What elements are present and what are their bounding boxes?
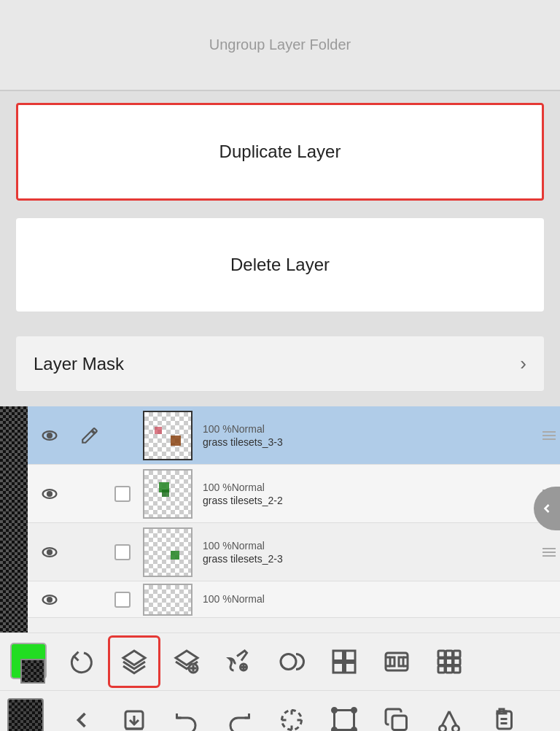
chevron-right-icon: ›: [520, 352, 526, 375]
color-swatch-container[interactable]: [3, 635, 55, 688]
pencil-icon-col-1: [71, 426, 108, 445]
layer-row-2-3[interactable]: 100 %Normal grass tilesets_2-3: [0, 523, 560, 581]
svg-rect-29: [446, 651, 453, 657]
redo-icon: [226, 707, 252, 732]
toolbar-bottom: [0, 691, 560, 731]
redo-btn[interactable]: [213, 694, 265, 732]
bottom-swatch-container[interactable]: [3, 694, 55, 732]
rotate-tool-btn[interactable]: [55, 635, 108, 688]
chevron-left-icon: [540, 501, 554, 516]
filmstrip-btn[interactable]: [370, 635, 423, 688]
svg-point-51: [440, 725, 446, 731]
svg-rect-35: [446, 666, 453, 673]
svg-rect-19: [333, 663, 343, 673]
drag-handle-3-3[interactable]: [538, 431, 560, 440]
transform-btn[interactable]: [318, 694, 370, 732]
layer-row-partial[interactable]: 100 %Normal: [0, 581, 560, 618]
svg-point-1: [47, 433, 52, 438]
layer-name-2-2: grass tilesets_2-2: [203, 495, 534, 506]
undo-icon: [174, 707, 200, 732]
layers-panel: 100 %Normal grass tilesets_3-3 100 %Norm: [0, 406, 560, 633]
layer-percent-3-3: 100 %Normal: [203, 423, 534, 435]
paste-btn[interactable]: [475, 694, 528, 732]
layer-percent-partial: 100 %Normal: [203, 593, 556, 605]
svg-rect-34: [438, 666, 445, 673]
checkbox-col-2[interactable]: [108, 486, 137, 502]
filmstrip-icon: [384, 649, 410, 675]
animation-icon: [436, 649, 462, 675]
undo-btn[interactable]: [160, 694, 213, 732]
eye-icon-col-4: [28, 589, 71, 610]
layer-options-btn[interactable]: [160, 635, 213, 688]
svg-rect-20: [346, 663, 356, 673]
svg-point-46: [332, 708, 337, 712]
eye-icon-col-1: [28, 425, 71, 446]
cut-btn[interactable]: [423, 694, 475, 732]
copy-icon: [384, 707, 410, 732]
spinner-btn[interactable]: [265, 694, 318, 732]
svg-rect-17: [333, 651, 343, 661]
ungroup-label: Ungroup Layer Folder: [195, 16, 366, 74]
eye-icon-col-3: [28, 542, 71, 562]
delete-layer-item[interactable]: Delete Layer: [16, 218, 544, 312]
secondary-color-swatch[interactable]: [20, 659, 45, 684]
layer-info-partial: 100 %Normal: [198, 590, 560, 609]
layer-thumb-2-2: [143, 469, 192, 519]
layer-row-3-3[interactable]: 100 %Normal grass tilesets_3-3: [0, 406, 560, 465]
delete-label: Delete Layer: [216, 234, 344, 295]
eye-icon-4: [39, 589, 60, 610]
blend-icon: [279, 649, 305, 675]
svg-point-49: [352, 727, 357, 731]
blend-mode-btn[interactable]: [265, 635, 318, 688]
layer-info-2-3: 100 %Normal grass tilesets_2-3: [198, 537, 538, 568]
layer-thumb-3-3: [143, 411, 192, 460]
spinner-icon: [279, 707, 305, 732]
animation-btn[interactable]: [423, 635, 475, 688]
layer-mask-item[interactable]: Layer Mask ›: [16, 336, 544, 392]
svg-point-52: [453, 725, 459, 731]
svg-rect-50: [392, 716, 407, 730]
drag-handle-2-3[interactable]: [538, 548, 560, 557]
import-btn[interactable]: [108, 694, 160, 732]
layer-row-2-2[interactable]: 100 %Normal grass tilesets_2-2: [0, 465, 560, 523]
bottom-color-swatch[interactable]: [7, 698, 44, 732]
back-btn[interactable]: [55, 694, 108, 732]
layer-percent-2-3: 100 %Normal: [203, 540, 534, 552]
brush-settings-btn[interactable]: [213, 635, 265, 688]
layer-thumb-2-3: [143, 527, 192, 577]
svg-point-47: [352, 708, 357, 712]
svg-point-48: [332, 727, 337, 731]
eye-icon-3: [39, 542, 60, 562]
svg-rect-36: [454, 666, 460, 673]
ungroup-layer-folder-item[interactable]: Ungroup Layer Folder: [0, 0, 560, 91]
layer-mask-label: Layer Mask: [34, 354, 124, 374]
duplicate-label: Duplicate Layer: [205, 121, 356, 182]
svg-rect-18: [346, 651, 356, 661]
import-icon: [121, 707, 147, 732]
cut-icon: [436, 707, 462, 732]
grid-btn[interactable]: [318, 635, 370, 688]
svg-point-5: [47, 550, 52, 554]
copy-btn[interactable]: [370, 694, 423, 732]
paste-icon: [489, 707, 515, 732]
svg-line-54: [449, 711, 456, 726]
svg-point-16: [281, 654, 296, 670]
brush-settings-icon: [226, 649, 252, 675]
eye-icon-1: [39, 425, 60, 446]
duplicate-layer-item[interactable]: Duplicate Layer: [16, 103, 544, 201]
checkbox-col-3[interactable]: [108, 544, 137, 560]
layer-name-2-3: grass tilesets_2-3: [203, 553, 534, 565]
layers-tool-btn[interactable]: [108, 635, 160, 688]
checkbox-col-4[interactable]: [108, 592, 137, 608]
svg-rect-45: [335, 710, 354, 730]
eye-icon-col-2: [28, 484, 71, 504]
menu-container: Ungroup Layer Folder Duplicate Layer Del…: [0, 0, 560, 406]
back-icon: [69, 707, 95, 732]
left-color-strip: [0, 406, 28, 633]
layer-info-3-3: 100 %Normal grass tilesets_3-3: [198, 420, 538, 451]
layer-name-3-3: grass tilesets_3-3: [203, 436, 534, 448]
layer-options-icon: [174, 649, 200, 675]
svg-rect-33: [454, 659, 460, 665]
svg-rect-23: [399, 657, 403, 666]
svg-point-3: [47, 492, 52, 496]
